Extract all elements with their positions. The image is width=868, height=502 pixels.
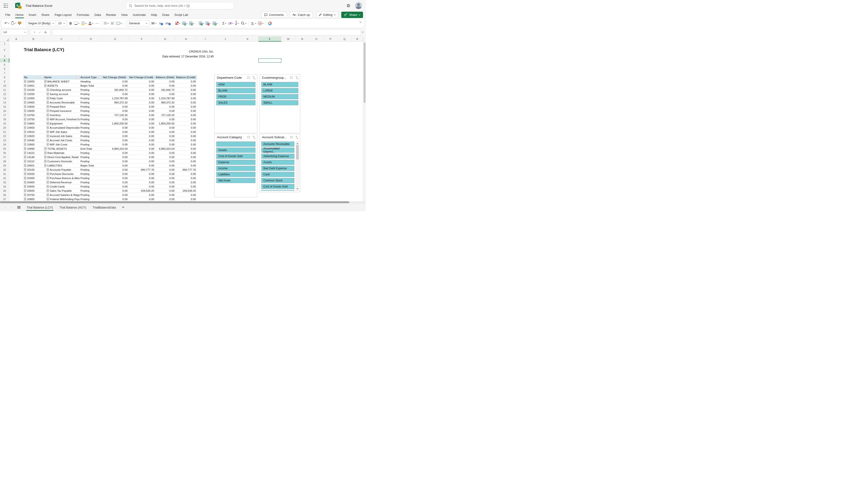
- table-row[interactable]: 20400Deferred RevenuePosting0.000.000.00…: [23, 180, 197, 184]
- cell-net-change-debit[interactable]: 0.00: [102, 104, 128, 109]
- sheet-nav-prev-icon[interactable]: ‹: [2, 205, 8, 209]
- cell-net-change-credit[interactable]: 0.00: [128, 138, 155, 142]
- cell-net-change-credit[interactable]: 0.00: [128, 163, 155, 168]
- cell-balance-debit[interactable]: 181,842.72: [155, 88, 175, 92]
- table-row[interactable]: 10950WIP Job CostsPosting0.000.000.000.0…: [23, 142, 197, 147]
- row-header-9[interactable]: 9: [0, 79, 9, 83]
- cell-no[interactable]: 10100: [23, 88, 44, 92]
- ribbon-tab-data[interactable]: Data: [92, 11, 103, 18]
- insert-function-button[interactable]: fx: [44, 31, 46, 34]
- cell-account-type[interactable]: Posting: [80, 92, 102, 96]
- column-header-A[interactable]: A: [9, 37, 23, 42]
- cell-net-change-credit[interactable]: 159,539.20: [128, 189, 155, 193]
- cell-account-type[interactable]: Posting: [80, 151, 102, 155]
- ribbon-tab-page-layout[interactable]: Page Layout: [52, 11, 74, 18]
- cell-balance-credit[interactable]: 0.00: [175, 151, 197, 155]
- table-row[interactable]: 10900Accumulated DepreciationPosting0.00…: [23, 126, 197, 130]
- cell-no[interactable]: 20700: [23, 193, 44, 197]
- cell-balance-debit[interactable]: 0.00: [155, 79, 175, 83]
- cell-name[interactable]: Accrued Salaries & Wages: [44, 193, 80, 197]
- cell-net-change-credit[interactable]: 0.00: [128, 117, 155, 121]
- slicer-item-prod[interactable]: PROD: [216, 94, 256, 99]
- cell-balance-debit[interactable]: 0.00: [155, 92, 175, 96]
- row-header-6[interactable]: 6: [0, 67, 9, 71]
- ribbon-tab-review[interactable]: Review: [104, 11, 119, 18]
- cell-name[interactable]: ASSETS: [44, 83, 80, 88]
- cell-account-type[interactable]: Posting: [80, 96, 102, 100]
- cell-net-change-debit[interactable]: 0.00: [102, 172, 128, 176]
- column-header-Q[interactable]: Q: [338, 37, 352, 42]
- row-header-15[interactable]: 15: [0, 104, 9, 109]
- app-launcher-icon[interactable]: [4, 3, 8, 8]
- cell-name[interactable]: Sales Tax Payable: [44, 189, 80, 193]
- cell-net-change-debit[interactable]: 0.00: [102, 168, 128, 172]
- cell-name[interactable]: Federal Withholding Payable: [44, 197, 80, 201]
- cell-balance-debit[interactable]: 0.00: [155, 138, 175, 142]
- cell-balance-credit[interactable]: 159,539.20: [175, 189, 197, 193]
- slicer-item-accumulated-depreci[interactable]: Accumulated Depreci...: [261, 148, 294, 153]
- slicer-item-cost-of-goods-sold[interactable]: Cost of Goods Sold: [261, 184, 294, 189]
- name-box[interactable]: L4: [1, 29, 28, 36]
- cell-net-change-debit[interactable]: 0.00: [102, 184, 128, 189]
- sheet-nav-next-icon[interactable]: ›: [8, 205, 14, 209]
- table-row[interactable]: 10940Accrued Job CostsPosting0.000.000.0…: [23, 138, 197, 142]
- multi-select-icon[interactable]: [289, 135, 294, 139]
- row-header-3[interactable]: 3: [0, 54, 9, 58]
- undo-button[interactable]: ↶: [3, 20, 10, 27]
- cell-no[interactable]: 14110: [23, 151, 44, 155]
- row-header-11[interactable]: 11: [0, 88, 9, 92]
- cell-net-change-credit[interactable]: 0.00: [128, 104, 155, 109]
- slicer-item-accounts-receivable[interactable]: Accounts Receivable: [261, 141, 294, 147]
- cell-account-type[interactable]: Posting: [80, 155, 102, 159]
- row-header-2[interactable]: 2: [0, 46, 9, 54]
- cell-name[interactable]: Purchase Discounts: [44, 172, 80, 176]
- cell-balance-credit[interactable]: 0.00: [175, 79, 197, 83]
- cell-account-type[interactable]: Posting: [80, 117, 102, 121]
- format-as-table-button[interactable]: ✎: [182, 20, 188, 27]
- column-header-I[interactable]: I: [197, 37, 214, 42]
- cell-net-change-debit[interactable]: 727,120.32: [102, 113, 128, 117]
- cell-name[interactable]: Accrued Job Costs: [44, 138, 80, 142]
- cell-name[interactable]: Inventory: [44, 113, 80, 117]
- cell-name[interactable]: Saving account: [44, 92, 80, 96]
- cell-balance-credit[interactable]: 0.00: [175, 121, 197, 126]
- slicer-item-assets[interactable]: Assets: [216, 148, 256, 153]
- catch-up-button[interactable]: Catch up: [290, 12, 313, 18]
- cell-balance-credit[interactable]: 0.00: [175, 138, 197, 142]
- row-header-19[interactable]: 19: [0, 121, 9, 126]
- table-row[interactable]: 20001LIABILITIESBegin-Total0.000.000.000…: [23, 163, 197, 168]
- row-header-17[interactable]: 17: [0, 113, 9, 117]
- search-input[interactable]: Search for tools, help, and more (Alt + …: [126, 2, 234, 9]
- row-header-27[interactable]: 27: [0, 155, 9, 159]
- cell-net-change-debit[interactable]: 0.00: [102, 142, 128, 147]
- table-row[interactable]: 10400Accounts ReceivablePosting990,372.3…: [23, 100, 197, 104]
- row-header-14[interactable]: 14: [0, 100, 9, 104]
- cell-balance-credit[interactable]: 0.00: [175, 142, 197, 147]
- ribbon-tab-help[interactable]: Help: [148, 11, 160, 18]
- slicer-item-partial[interactable]: [261, 190, 294, 191]
- cell-net-change-debit[interactable]: 0.00: [102, 155, 128, 159]
- format-painter-button[interactable]: [17, 20, 22, 27]
- row-header-37[interactable]: 37: [0, 197, 9, 201]
- vertical-scrollbar-thumb[interactable]: [364, 42, 365, 103]
- table-row[interactable]: 10750WIP Account, Finished GoodsPosting0…: [23, 117, 197, 121]
- cell-net-change-debit[interactable]: 1,859,200.00: [102, 121, 128, 126]
- row-header-20[interactable]: 20: [0, 126, 9, 130]
- table-row[interactable]: 10300Petty CashPosting1,224,787.680.001,…: [23, 96, 197, 100]
- slicer-item-net-asset[interactable]: Net Asset: [216, 178, 256, 183]
- multi-select-icon[interactable]: [247, 76, 251, 80]
- row-header-10[interactable]: 10: [0, 83, 9, 88]
- cell-balance-credit[interactable]: 0.00: [175, 117, 197, 121]
- font-size-select[interactable]: 10: [56, 20, 67, 26]
- cell-balance-debit[interactable]: 0.00: [155, 104, 175, 109]
- cell-net-change-credit[interactable]: 0.00: [128, 197, 155, 201]
- cell-balance-credit[interactable]: 0.00: [175, 88, 197, 92]
- cell-net-change-credit[interactable]: 0.00: [128, 193, 155, 197]
- bold-button[interactable]: B: [68, 20, 73, 27]
- cell-balance-debit[interactable]: 0.00: [155, 159, 175, 163]
- table-row[interactable]: 10920Invoiced Job SalesPosting0.000.000.…: [23, 134, 197, 138]
- cell-balance-credit[interactable]: 0.00: [175, 184, 197, 189]
- cell-balance-credit[interactable]: 0.00: [175, 126, 197, 130]
- cell-net-change-credit[interactable]: 0.00: [128, 126, 155, 130]
- cell-net-change-credit[interactable]: 0.00: [128, 151, 155, 155]
